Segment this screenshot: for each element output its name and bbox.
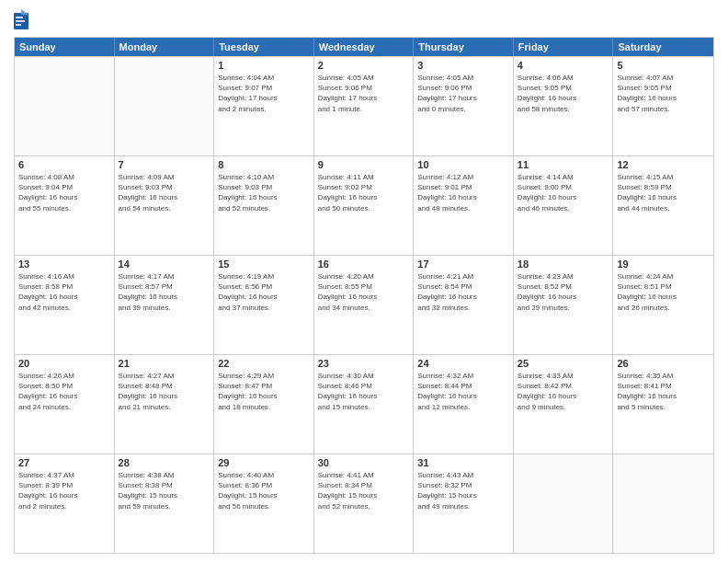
day-info: Sunrise: 4:27 AMSunset: 8:48 PMDaylight:… [119, 371, 210, 412]
day-number: 23 [318, 358, 410, 369]
day-info: Sunrise: 4:43 AMSunset: 8:32 PMDaylight:… [417, 470, 509, 511]
calendar-cell: 20Sunrise: 4:26 AMSunset: 8:50 PMDayligh… [15, 355, 115, 454]
calendar-cell: 15Sunrise: 4:19 AMSunset: 8:56 PMDayligh… [214, 256, 314, 354]
day-number: 3 [417, 60, 509, 71]
weekday-header: Thursday [414, 38, 514, 56]
calendar-cell: 25Sunrise: 4:33 AMSunset: 8:42 PMDayligh… [514, 355, 614, 454]
calendar-cell: 19Sunrise: 4:24 AMSunset: 8:51 PMDayligh… [613, 256, 713, 354]
calendar-row: 13Sunrise: 4:16 AMSunset: 8:58 PMDayligh… [15, 255, 713, 354]
calendar-header: SundayMondayTuesdayWednesdayThursdayFrid… [15, 38, 713, 56]
calendar-cell: 27Sunrise: 4:37 AMSunset: 8:39 PMDayligh… [15, 454, 115, 553]
calendar-cell: 13Sunrise: 4:16 AMSunset: 8:58 PMDayligh… [15, 256, 115, 354]
calendar-row: 20Sunrise: 4:26 AMSunset: 8:50 PMDayligh… [15, 354, 713, 454]
day-number: 9 [318, 159, 410, 170]
weekday-header: Saturday [613, 38, 713, 56]
day-number: 31 [417, 457, 509, 468]
day-info: Sunrise: 4:07 AMSunset: 9:05 PMDaylight:… [617, 73, 710, 114]
day-number: 18 [518, 259, 609, 270]
calendar-cell: 23Sunrise: 4:30 AMSunset: 8:46 PMDayligh… [314, 355, 415, 454]
day-number: 10 [417, 159, 509, 170]
calendar: SundayMondayTuesdayWednesdayThursdayFrid… [14, 37, 714, 554]
day-number: 30 [318, 457, 410, 468]
day-info: Sunrise: 4:15 AMSunset: 8:59 PMDaylight:… [617, 172, 710, 213]
day-number: 27 [18, 457, 110, 468]
day-number: 6 [18, 159, 110, 170]
day-number: 2 [318, 60, 410, 71]
calendar-cell: 2Sunrise: 4:05 AMSunset: 9:06 PMDaylight… [314, 57, 415, 155]
svg-rect-3 [16, 20, 25, 22]
calendar-cell: 17Sunrise: 4:21 AMSunset: 8:54 PMDayligh… [414, 256, 514, 354]
day-info: Sunrise: 4:33 AMSunset: 8:42 PMDaylight:… [518, 371, 609, 412]
day-info: Sunrise: 4:32 AMSunset: 8:44 PMDaylight:… [417, 371, 509, 412]
day-number: 17 [417, 259, 509, 270]
day-number: 8 [218, 159, 310, 170]
calendar-cell: 14Sunrise: 4:17 AMSunset: 8:57 PMDayligh… [115, 256, 215, 354]
calendar-cell: 24Sunrise: 4:32 AMSunset: 8:44 PMDayligh… [414, 355, 514, 454]
day-info: Sunrise: 4:10 AMSunset: 9:03 PMDaylight:… [218, 172, 310, 213]
page: SundayMondayTuesdayWednesdayThursdayFrid… [0, 0, 728, 563]
calendar-cell [514, 454, 614, 553]
calendar-cell: 16Sunrise: 4:20 AMSunset: 8:55 PMDayligh… [314, 256, 415, 354]
day-info: Sunrise: 4:12 AMSunset: 9:01 PMDaylight:… [417, 172, 509, 213]
day-info: Sunrise: 4:05 AMSunset: 9:06 PMDaylight:… [417, 73, 509, 114]
calendar-cell: 29Sunrise: 4:40 AMSunset: 8:36 PMDayligh… [214, 454, 314, 553]
calendar-cell [613, 454, 713, 553]
weekday-header: Monday [115, 38, 215, 56]
calendar-cell: 11Sunrise: 4:14 AMSunset: 9:00 PMDayligh… [514, 156, 614, 255]
day-info: Sunrise: 4:26 AMSunset: 8:50 PMDaylight:… [18, 371, 110, 412]
day-number: 21 [119, 358, 210, 369]
day-info: Sunrise: 4:09 AMSunset: 9:03 PMDaylight:… [119, 172, 210, 213]
day-number: 25 [518, 358, 609, 369]
day-number: 12 [617, 159, 710, 170]
calendar-cell: 21Sunrise: 4:27 AMSunset: 8:48 PMDayligh… [115, 355, 215, 454]
calendar-cell [15, 57, 115, 155]
svg-rect-2 [16, 17, 23, 18]
day-number: 20 [18, 358, 110, 369]
day-number: 29 [218, 457, 310, 468]
weekday-header: Friday [514, 38, 614, 56]
day-info: Sunrise: 4:04 AMSunset: 9:07 PMDaylight:… [218, 73, 310, 114]
header [14, 9, 714, 29]
calendar-cell: 12Sunrise: 4:15 AMSunset: 8:59 PMDayligh… [613, 156, 713, 255]
day-number: 22 [218, 358, 310, 369]
day-info: Sunrise: 4:30 AMSunset: 8:46 PMDaylight:… [318, 371, 410, 412]
day-number: 4 [518, 60, 609, 71]
calendar-cell: 3Sunrise: 4:05 AMSunset: 9:06 PMDaylight… [414, 57, 514, 155]
day-info: Sunrise: 4:17 AMSunset: 8:57 PMDaylight:… [119, 271, 210, 313]
calendar-row: 27Sunrise: 4:37 AMSunset: 8:39 PMDayligh… [15, 454, 713, 553]
day-info: Sunrise: 4:41 AMSunset: 8:34 PMDaylight:… [318, 470, 410, 511]
calendar-row: 6Sunrise: 4:08 AMSunset: 9:04 PMDaylight… [15, 155, 713, 255]
day-info: Sunrise: 4:19 AMSunset: 8:56 PMDaylight:… [218, 271, 310, 313]
day-info: Sunrise: 4:23 AMSunset: 8:52 PMDaylight:… [518, 271, 609, 313]
calendar-cell: 8Sunrise: 4:10 AMSunset: 9:03 PMDaylight… [214, 156, 314, 255]
calendar-cell: 18Sunrise: 4:23 AMSunset: 8:52 PMDayligh… [514, 256, 614, 354]
day-number: 15 [218, 259, 310, 270]
day-number: 7 [119, 159, 210, 170]
calendar-cell: 31Sunrise: 4:43 AMSunset: 8:32 PMDayligh… [414, 454, 514, 553]
day-info: Sunrise: 4:06 AMSunset: 9:05 PMDaylight:… [518, 73, 609, 114]
calendar-cell: 22Sunrise: 4:29 AMSunset: 8:47 PMDayligh… [214, 355, 314, 454]
svg-rect-4 [16, 24, 21, 26]
day-number: 28 [119, 457, 210, 468]
calendar-cell: 26Sunrise: 4:35 AMSunset: 8:41 PMDayligh… [613, 355, 713, 454]
calendar-cell: 4Sunrise: 4:06 AMSunset: 9:05 PMDaylight… [514, 57, 614, 155]
calendar-body: 1Sunrise: 4:04 AMSunset: 9:07 PMDaylight… [15, 56, 713, 553]
day-info: Sunrise: 4:05 AMSunset: 9:06 PMDaylight:… [318, 73, 410, 114]
day-info: Sunrise: 4:20 AMSunset: 8:55 PMDaylight:… [318, 271, 410, 313]
day-number: 1 [218, 60, 310, 71]
day-info: Sunrise: 4:37 AMSunset: 8:39 PMDaylight:… [18, 470, 110, 511]
svg-marker-1 [21, 9, 28, 15]
calendar-cell: 10Sunrise: 4:12 AMSunset: 9:01 PMDayligh… [414, 156, 514, 255]
day-info: Sunrise: 4:24 AMSunset: 8:51 PMDaylight:… [617, 271, 710, 313]
day-number: 11 [518, 159, 609, 170]
calendar-cell: 5Sunrise: 4:07 AMSunset: 9:05 PMDaylight… [613, 57, 713, 155]
logo [14, 9, 32, 29]
day-number: 14 [119, 259, 210, 270]
day-number: 5 [617, 60, 710, 71]
day-info: Sunrise: 4:08 AMSunset: 9:04 PMDaylight:… [18, 172, 110, 213]
day-number: 26 [617, 358, 710, 369]
day-info: Sunrise: 4:29 AMSunset: 8:47 PMDaylight:… [218, 371, 310, 412]
weekday-header: Sunday [15, 38, 115, 56]
day-info: Sunrise: 4:38 AMSunset: 8:38 PMDaylight:… [119, 470, 210, 511]
calendar-cell: 1Sunrise: 4:04 AMSunset: 9:07 PMDaylight… [214, 57, 314, 155]
